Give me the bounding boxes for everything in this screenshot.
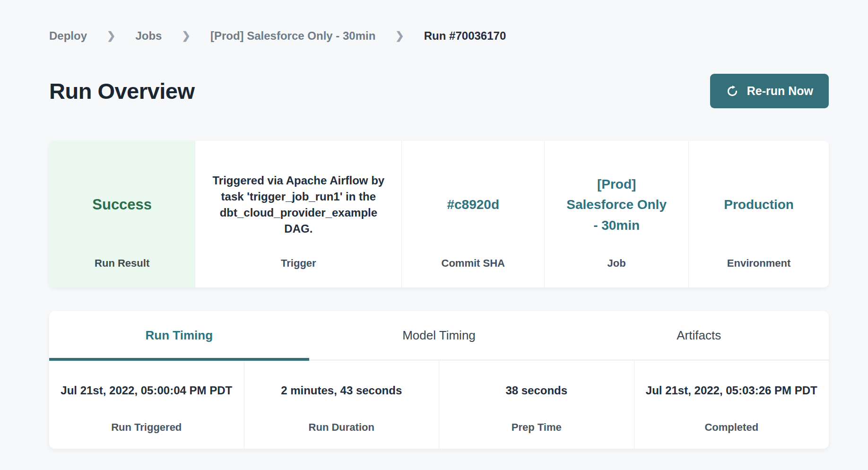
trigger-label: Trigger: [195, 257, 401, 287]
environment-card: Production Environment: [688, 141, 829, 287]
run-duration-label: Run Duration: [244, 421, 439, 434]
breadcrumb: Deploy ❯ Jobs ❯ [Prod] Salesforce Only -…: [49, 29, 829, 43]
run-triggered-label: Run Triggered: [49, 421, 244, 434]
run-overview-page: Deploy ❯ Jobs ❯ [Prod] Salesforce Only -…: [0, 0, 868, 449]
run-timing-panel: Jul 21st, 2022, 05:00:04 PM PDT Run Trig…: [49, 361, 829, 449]
chevron-right-icon: ❯: [395, 30, 404, 42]
breadcrumb-current-run: Run #70036170: [424, 29, 506, 43]
run-duration-cell: 2 minutes, 43 seconds Run Duration: [244, 361, 439, 449]
job-card: [Prod] Salesforce Only - 30min Job: [544, 141, 688, 287]
tab-strip: Run Timing Model Timing Artifacts: [49, 311, 829, 361]
tab-run-timing[interactable]: Run Timing: [49, 311, 309, 359]
run-result-card: Success Run Result: [49, 141, 195, 287]
completed-cell: Jul 21st, 2022, 05:03:26 PM PDT Complete…: [634, 361, 829, 449]
run-result-label: Run Result: [49, 257, 195, 287]
page-title: Run Overview: [49, 78, 194, 104]
job-label: Job: [545, 257, 688, 287]
commit-sha-label: Commit SHA: [402, 257, 544, 287]
environment-label: Environment: [689, 257, 829, 287]
run-duration-value: 2 minutes, 43 seconds: [252, 383, 431, 418]
breadcrumb-job-name[interactable]: [Prod] Salesforce Only - 30min: [210, 29, 375, 43]
breadcrumb-deploy[interactable]: Deploy: [49, 29, 87, 43]
trigger-description: Triggered via Apache Airflow by task 'tr…: [209, 173, 387, 237]
breadcrumb-jobs[interactable]: Jobs: [135, 29, 162, 43]
run-triggered-cell: Jul 21st, 2022, 05:00:04 PM PDT Run Trig…: [49, 361, 244, 449]
prep-time-label: Prep Time: [439, 421, 634, 434]
run-result-status-badge: Success: [92, 196, 152, 213]
chevron-right-icon: ❯: [182, 30, 190, 42]
commit-sha-card: #c8920d Commit SHA: [401, 141, 544, 287]
prep-time-value: 38 seconds: [447, 383, 626, 418]
environment-link[interactable]: Production: [724, 194, 794, 215]
job-link[interactable]: [Prod] Salesforce Only - 30min: [566, 174, 668, 235]
page-header: Run Overview Re-run Now: [49, 74, 829, 108]
tab-model-timing[interactable]: Model Timing: [309, 311, 569, 359]
commit-sha-link[interactable]: #c8920d: [447, 194, 499, 215]
completed-value: Jul 21st, 2022, 05:03:26 PM PDT: [642, 383, 821, 418]
prep-time-cell: 38 seconds Prep Time: [439, 361, 634, 449]
trigger-card: Triggered via Apache Airflow by task 'tr…: [195, 141, 401, 287]
refresh-icon: [726, 85, 739, 98]
run-detail-panel: Run Timing Model Timing Artifacts Jul 21…: [49, 311, 829, 449]
tab-artifacts[interactable]: Artifacts: [569, 311, 829, 359]
run-summary-cards: Success Run Result Triggered via Apache …: [49, 141, 829, 287]
chevron-right-icon: ❯: [107, 30, 115, 42]
rerun-now-button-label: Re-run Now: [747, 84, 813, 98]
completed-label: Completed: [634, 421, 829, 434]
rerun-now-button[interactable]: Re-run Now: [710, 74, 829, 108]
run-triggered-value: Jul 21st, 2022, 05:00:04 PM PDT: [57, 383, 236, 418]
